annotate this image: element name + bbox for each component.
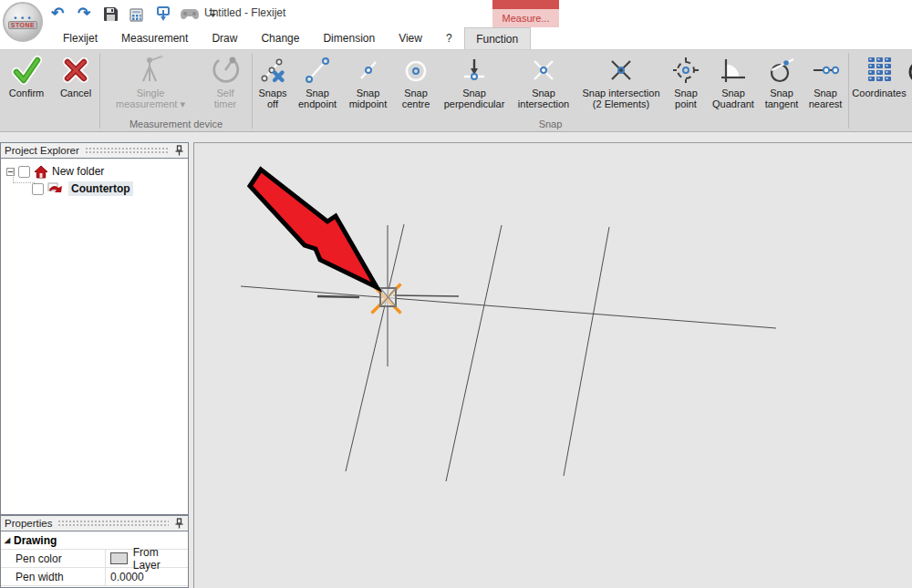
pen-color-value[interactable]: From Layer <box>105 550 188 567</box>
cancel-button[interactable]: Cancel <box>53 50 98 98</box>
snap-intersection-2-label-1: Snap intersection <box>583 88 660 98</box>
gamepad-button[interactable] <box>180 4 200 24</box>
tab-draw[interactable]: Draw <box>200 27 249 49</box>
pen-width-row: Pen width 0.0000 <box>1 568 188 586</box>
snap-nearest-button[interactable]: Snap nearest <box>803 50 847 109</box>
tree-item-label: Countertop <box>68 181 133 196</box>
tab-flexijet[interactable]: Flexijet <box>51 27 109 49</box>
self-timer-label-1: Self <box>217 88 234 98</box>
house-icon <box>34 165 48 179</box>
snap-endpoint-button[interactable]: Snap endpoint <box>292 50 343 109</box>
contextual-tab-label[interactable]: Measure... <box>492 9 559 27</box>
snap-quadrant-button[interactable]: Snap Quadrant <box>707 50 760 109</box>
contextual-tab-strip <box>492 0 559 9</box>
pin-icon[interactable] <box>174 518 184 529</box>
tab-view[interactable]: View <box>387 27 434 49</box>
cancel-label: Cancel <box>60 88 91 98</box>
snap-midpoint-icon <box>354 56 383 85</box>
panel-drag-texture[interactable] <box>85 147 169 154</box>
tab-measurement[interactable]: Measurement <box>109 27 200 49</box>
countertop-checkbox[interactable] <box>32 183 44 195</box>
snap-perpendicular-button[interactable]: Snap perpendicular <box>439 50 510 109</box>
logo-dots: • • • <box>14 15 31 21</box>
left-panel: Project Explorer New folder <box>0 142 189 588</box>
snap-intersection-icon <box>529 56 558 85</box>
coordinates-keypad-icon <box>865 56 894 85</box>
snap-intersection-label-2: intersection <box>518 98 569 109</box>
drawing-line <box>446 225 502 481</box>
snap-point-button[interactable]: Snap point <box>665 50 707 109</box>
pen-width-value[interactable]: 0.0000 <box>105 568 188 585</box>
snap-endpoint-label-1: Snap <box>306 88 329 98</box>
snap-tangent-label-1: Snap <box>770 88 793 98</box>
snap-tangent-button[interactable]: Snap tangent <box>760 50 803 109</box>
snap-quadrant-label-2: Quadrant <box>712 98 754 109</box>
undo-button[interactable]: ↶ <box>47 4 67 24</box>
single-measurement-label-1: Single <box>137 88 165 98</box>
project-explorer-header: Project Explorer <box>0 142 189 159</box>
snap-intersection-2-label-2: (2 Elements) <box>593 98 649 109</box>
countertop-icon <box>47 182 65 196</box>
redo-button[interactable]: ↷ <box>74 4 94 24</box>
annotation-arrow <box>250 170 377 287</box>
snap-nearest-icon <box>811 56 840 85</box>
measure-tool-button[interactable] <box>153 4 173 24</box>
snap-midpoint-label-2: midpoint <box>349 98 388 109</box>
snap-perpendicular-label-1: Snap <box>462 88 486 98</box>
section-label: Drawing <box>14 534 57 547</box>
snap-group-label: Snap <box>254 119 847 131</box>
self-timer-button[interactable]: Self timer <box>200 50 251 109</box>
snap-intersection-label-1: Snap <box>532 88 555 98</box>
single-measurement-button[interactable]: Single measurement ▾ <box>101 50 200 109</box>
coordinates-label: Coordinates <box>852 88 906 98</box>
properties-panel: Properties ◢ Drawing Pen col <box>0 515 189 588</box>
snap-endpoint-label-2: endpoint <box>298 98 337 109</box>
project-explorer-title: Project Explorer <box>5 145 79 156</box>
snap-point-icon <box>671 56 700 85</box>
snap-centre-button[interactable]: Snap centre <box>393 50 439 109</box>
confirm-button[interactable]: Confirm <box>0 50 53 98</box>
main-area: Project Explorer New folder <box>0 141 912 588</box>
snap-tangent-label-2: tangent <box>765 98 799 109</box>
pen-color-swatch[interactable] <box>110 552 128 564</box>
snap-nearest-label-1: Snap <box>814 88 837 98</box>
snaps-off-label-1: Snaps <box>258 88 286 98</box>
save-button[interactable] <box>100 4 120 24</box>
snap-intersection-button[interactable]: Snap intersection <box>510 50 577 109</box>
tab-function[interactable]: Function <box>464 27 531 49</box>
snaps-off-icon <box>258 56 287 85</box>
pin-icon[interactable] <box>174 145 184 156</box>
properties-grid: ◢ Drawing Pen color From Layer Pen widt <box>0 531 189 588</box>
drawing-line <box>317 296 359 297</box>
tab-change[interactable]: Change <box>249 27 311 49</box>
measurement-device-group: Single measurement ▾ Self timer Measurem… <box>101 50 251 131</box>
tree-item-countertop[interactable]: Countertop <box>32 181 133 197</box>
single-measurement-label-2: measurement ▾ <box>116 98 185 109</box>
tree-item-label: New folder <box>52 165 104 178</box>
snaps-off-button[interactable]: Snaps off <box>254 50 292 109</box>
group-separator <box>252 53 253 129</box>
snap-centre-icon <box>401 56 430 85</box>
tab-help[interactable]: ? <box>434 27 464 49</box>
measurement-device-group-label: Measurement device <box>101 119 251 131</box>
panel-drag-texture[interactable] <box>57 520 169 527</box>
flexijet-window: • • • STONE ↶ ↷ <box>0 0 912 588</box>
snap-tangent-icon <box>767 56 796 85</box>
confirm-group: Confirm Cancel <box>0 50 98 131</box>
app-logo[interactable]: • • • STONE <box>3 2 43 42</box>
snap-perpendicular-icon <box>460 56 489 85</box>
snap-quadrant-icon <box>719 56 748 85</box>
section-collapse-icon[interactable]: ◢ <box>1 536 14 544</box>
snap-nearest-label-2: nearest <box>809 98 843 109</box>
canvas-drawing <box>194 143 912 588</box>
calculator-button[interactable] <box>127 4 147 24</box>
coordinates-button[interactable]: Coordinates <box>850 50 908 98</box>
snap-midpoint-button[interactable]: Snap midpoint <box>343 50 393 109</box>
tab-dimension[interactable]: Dimension <box>311 27 387 49</box>
undo-icon: ↶ <box>51 5 64 22</box>
drawing-canvas[interactable] <box>193 142 912 588</box>
pen-color-label: Pen color <box>14 552 105 565</box>
snap-intersection-2-button[interactable]: Snap intersection (2 Elements) <box>577 50 665 109</box>
ribbon: Confirm Cancel <box>0 50 912 132</box>
gamepad-icon <box>180 7 200 21</box>
